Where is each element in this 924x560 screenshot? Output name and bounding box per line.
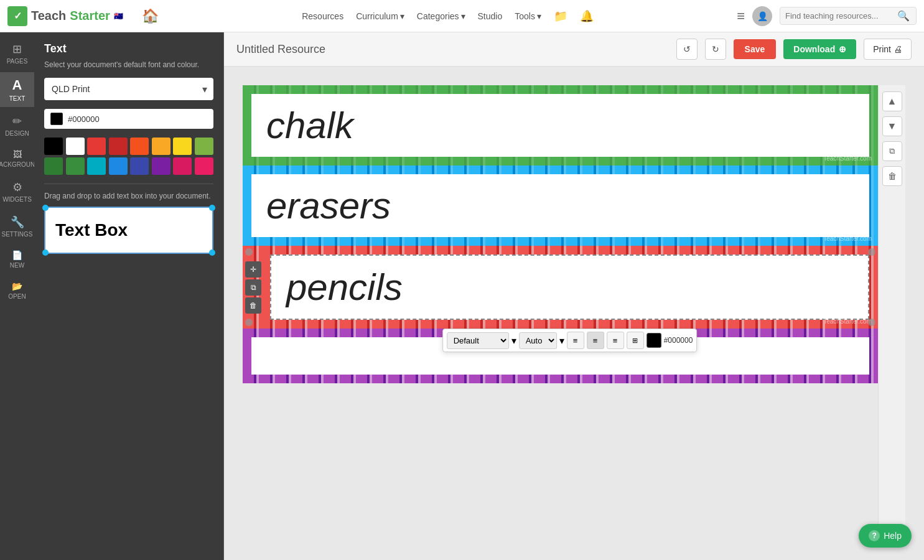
color-cell[interactable]	[66, 138, 85, 155]
font-size-select[interactable]: Auto 812162436	[519, 332, 557, 349]
handle-bl[interactable]	[42, 250, 49, 256]
word-box-pencils: pencils Default Arial ▾ Auto 812162436	[270, 254, 869, 320]
nav-studio[interactable]: Studio	[478, 11, 503, 21]
move-down-button[interactable]: ▼	[882, 116, 902, 136]
top-nav: ✓ TeachStarter 🇦🇺 🏠 Resources Curriculum…	[0, 0, 924, 32]
delete-button[interactable]: 🗑	[882, 166, 902, 186]
new-label: NEW	[10, 262, 24, 269]
nav-resources[interactable]: Resources	[302, 11, 343, 21]
color-grid	[44, 138, 213, 175]
nav-right: ≡ 👤 🔍	[737, 6, 917, 26]
color-cell[interactable]	[195, 157, 213, 175]
logo[interactable]: ✓ TeachStarter 🇦🇺	[7, 6, 132, 26]
doc-title[interactable]: Untitled Resource	[236, 43, 669, 56]
color-cell[interactable]	[87, 138, 106, 155]
word-box-chalk: chalk	[251, 94, 869, 157]
word-chalk: chalk	[266, 105, 353, 146]
color-cell[interactable]	[44, 157, 63, 175]
color-cell[interactable]	[130, 138, 149, 155]
chevron-down-icon: ▾	[511, 335, 516, 347]
card-pencils[interactable]: ✛ ⧉ 🗑 pencils Default Arial ▾	[243, 246, 878, 329]
save-button[interactable]: Save	[734, 39, 777, 59]
text-box-label: Text Box	[55, 220, 128, 240]
avatar[interactable]: 👤	[752, 6, 772, 26]
color-cell[interactable]	[195, 138, 213, 155]
search-input[interactable]	[785, 11, 897, 21]
color-cell[interactable]	[109, 157, 128, 175]
open-label: OPEN	[8, 293, 26, 300]
logo-check: ✓	[14, 10, 22, 22]
panel-subtitle: Select your document's default font and …	[44, 60, 213, 69]
sidebar-item-new[interactable]: 📄 NEW	[0, 245, 34, 274]
menu-button[interactable]: ≡	[737, 8, 745, 24]
home-button[interactable]: 🏠	[142, 8, 159, 24]
logo-teach: Teach	[31, 9, 66, 23]
sidebar-item-text[interactable]: A TEXT	[0, 72, 34, 107]
drag-label: Drag and drop to add text box into your …	[44, 192, 213, 200]
card-chalk[interactable]: chalk TeachStarter.com	[243, 85, 878, 166]
color-cell[interactable]	[130, 157, 149, 175]
watermark-chalk: TeachStarter.com	[823, 155, 872, 162]
color-cell[interactable]	[66, 157, 85, 175]
nav-tools[interactable]: Tools ▾	[515, 11, 541, 21]
nav-categories[interactable]: Categories ▾	[417, 11, 465, 21]
color-cell[interactable]	[109, 138, 128, 155]
new-icon: 📄	[12, 250, 22, 260]
text-color-swatch[interactable]	[646, 333, 661, 348]
text-box-preview[interactable]: Text Box	[44, 207, 213, 254]
move-up-button[interactable]: ▲	[882, 91, 902, 111]
handle-br[interactable]	[209, 250, 215, 256]
settings-icon: 🔧	[11, 215, 24, 229]
sidebar-item-design[interactable]: ✏ DESIGN	[0, 110, 34, 142]
font-family-select[interactable]: Default Arial	[447, 332, 509, 349]
color-cell[interactable]	[152, 157, 170, 175]
undo-button[interactable]: ↺	[676, 39, 698, 60]
print-button[interactable]: Print 🖨	[864, 39, 912, 60]
align-justify-button[interactable]: ⊞	[627, 332, 644, 349]
copy-button[interactable]: ⧉	[882, 141, 902, 161]
text-icon: A	[12, 77, 22, 93]
handle-tl[interactable]	[42, 205, 49, 211]
settings-label: SETTINGS	[2, 231, 33, 238]
selection-handle-br[interactable]	[868, 319, 875, 326]
redo-button[interactable]: ↻	[705, 39, 726, 60]
align-right-button[interactable]: ≡	[607, 332, 624, 349]
delete-card-button[interactable]: 🗑	[245, 297, 261, 314]
download-button[interactable]: Download ⊕	[783, 39, 856, 59]
align-center-button[interactable]: ≡	[587, 332, 604, 349]
handle-tr[interactable]	[209, 205, 215, 211]
print-icon: 🖨	[894, 44, 902, 54]
sidebar-item-open[interactable]: 📂 OPEN	[0, 276, 34, 305]
sidebar-item-settings[interactable]: 🔧 SETTINGS	[0, 210, 34, 243]
card-erasers[interactable]: erasers TeachStarter.com	[243, 166, 878, 246]
help-button[interactable]: ? Help	[859, 524, 912, 548]
move-button[interactable]: ✛	[245, 261, 261, 278]
selection-handle-tr[interactable]	[868, 248, 875, 256]
canvas-area: Untitled Resource ↺ ↻ Save Download ⊕ Pr…	[224, 32, 924, 560]
copy-card-button[interactable]: ⧉	[245, 279, 261, 296]
panel-title: Text	[44, 42, 213, 55]
download-label: Download	[793, 44, 835, 54]
color-cell[interactable]	[173, 138, 192, 155]
selection-handle-tl[interactable]	[245, 248, 253, 256]
color-input-row[interactable]	[44, 109, 213, 129]
icon-bar: ⊞ PAGES A TEXT ✏ DESIGN 🖼 BACKGROUND ⚙ W…	[0, 32, 34, 560]
color-swatch[interactable]	[50, 113, 63, 125]
selection-handle-bl[interactable]	[245, 319, 253, 326]
color-cell[interactable]	[173, 157, 192, 175]
word-pencils: pencils	[286, 266, 403, 308]
nav-curriculum[interactable]: Curriculum ▾	[356, 11, 404, 21]
color-cell[interactable]	[152, 138, 170, 155]
align-left-button[interactable]: ≡	[567, 332, 584, 349]
folder-button[interactable]: 📁	[554, 9, 567, 23]
font-select[interactable]: QLD Print Arial Times New Roman Comic Sa…	[44, 78, 213, 100]
sidebar-item-background[interactable]: 🖼 BACKGROUND	[0, 144, 34, 173]
sidebar-item-pages[interactable]: ⊞ PAGES	[0, 37, 34, 70]
canvas-scroll: chalk TeachStarter.com erasers TeachStar…	[224, 67, 924, 560]
color-cell[interactable]	[44, 138, 63, 155]
nav-links: Resources Curriculum ▾ Categories ▾ Stud…	[169, 9, 727, 23]
color-hex-input[interactable]	[68, 114, 118, 124]
sidebar-item-widgets[interactable]: ⚙ WIDGETS	[0, 175, 34, 208]
bell-button[interactable]: 🔔	[580, 9, 594, 23]
color-cell[interactable]	[87, 157, 106, 175]
